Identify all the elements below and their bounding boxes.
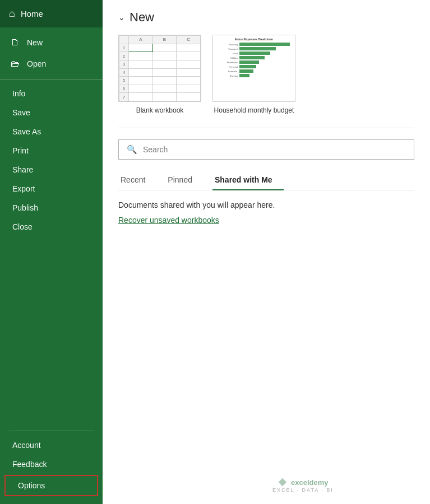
- tab-shared-with-me[interactable]: Shared with Me: [212, 171, 284, 190]
- sidebar-new-label: New: [27, 38, 43, 47]
- sidebar-item-options[interactable]: Options: [4, 475, 98, 496]
- brand-tagline: EXCEL · DATA · BI: [272, 487, 334, 493]
- section-divider: [118, 128, 414, 128]
- bar-row-5: Healthcare: [215, 60, 293, 64]
- sidebar-item-publish[interactable]: Publish: [0, 198, 103, 217]
- templates-row: A B C 1 2: [118, 35, 414, 114]
- bar-row-3: Food: [215, 52, 293, 55]
- sidebar-item-print[interactable]: Print: [0, 141, 103, 160]
- bar-row-8: Savings: [215, 74, 293, 77]
- chevron-down-icon: ⌄: [118, 13, 125, 22]
- sidebar-middle-items: Info Save Save As Print Share Export Pub…: [0, 80, 103, 422]
- bar-fill: [239, 52, 270, 55]
- bar-fill: [239, 43, 290, 46]
- bar-fill: [239, 60, 259, 64]
- sidebar: ⌂ Home 🗋 New 🗁 Open Info Save Save As Pr…: [0, 0, 103, 504]
- bar-fill: [239, 74, 249, 77]
- sidebar-item-export[interactable]: Export: [0, 179, 103, 198]
- template-blank[interactable]: A B C 1 2: [118, 35, 201, 114]
- sidebar-item-new[interactable]: 🗋 New: [0, 32, 103, 53]
- bar-row-2: Transport: [215, 47, 293, 50]
- sidebar-home-label: Home: [21, 9, 43, 18]
- open-folder-icon: 🗁: [10, 59, 20, 69]
- home-icon: ⌂: [9, 8, 15, 20]
- search-input[interactable]: [143, 145, 406, 154]
- sidebar-bottom-items: Account Feedback Options: [0, 422, 103, 504]
- sidebar-divider-bottom: [9, 431, 94, 431]
- bar-row-6: Personal: [215, 65, 293, 68]
- sidebar-item-close[interactable]: Close: [0, 217, 103, 236]
- sidebar-item-home[interactable]: ⌂ Home: [0, 0, 103, 27]
- bar-fill: [239, 69, 253, 73]
- bar-fill: [239, 47, 276, 50]
- svg-marker-0: [279, 478, 286, 486]
- blank-workbook-thumb: A B C 1 2: [118, 35, 201, 102]
- tab-recent[interactable]: Recent: [118, 171, 156, 190]
- sidebar-item-share[interactable]: Share: [0, 160, 103, 179]
- brand-name: exceldemy: [291, 478, 329, 487]
- search-icon: 🔍: [127, 144, 137, 155]
- sidebar-item-feedback[interactable]: Feedback: [0, 455, 103, 474]
- budget-chart-title: Actual Expenses Breakdown: [215, 38, 293, 41]
- budget-chart: Actual Expenses Breakdown Housing Transp…: [213, 35, 295, 101]
- bar-fill: [239, 65, 256, 68]
- exceldemy-icon: [278, 477, 288, 487]
- sidebar-open-label: Open: [27, 59, 46, 68]
- tabs-row: Recent Pinned Shared with Me: [118, 171, 414, 190]
- bar-fill: [239, 56, 265, 59]
- tab-pinned[interactable]: Pinned: [165, 171, 204, 190]
- budget-label: Household monthly budget: [214, 106, 294, 114]
- recover-unsaved-workbooks-link[interactable]: Recover unsaved workbooks: [118, 216, 219, 225]
- brand-logo: exceldemy: [278, 477, 329, 487]
- sidebar-top-items: 🗋 New 🗁 Open: [0, 27, 103, 80]
- sidebar-item-open[interactable]: 🗁 Open: [0, 53, 103, 74]
- sidebar-item-info[interactable]: Info: [0, 84, 103, 103]
- shared-message: Documents shared with you will appear he…: [118, 200, 414, 209]
- page-title: New: [130, 10, 154, 25]
- blank-workbook-label: Blank workbook: [136, 106, 184, 114]
- new-header: ⌄ New: [118, 10, 414, 25]
- footer-watermark: exceldemy EXCEL · DATA · BI: [272, 477, 334, 493]
- sidebar-item-save[interactable]: Save: [0, 103, 103, 122]
- sidebar-item-account[interactable]: Account: [0, 436, 103, 455]
- main-content: ⌄ New A B C 1: [103, 0, 430, 504]
- blank-grid: A B C 1 2: [119, 35, 201, 101]
- bar-row-1: Housing: [215, 43, 293, 46]
- search-bar[interactable]: 🔍: [118, 139, 414, 160]
- budget-thumb: Actual Expenses Breakdown Housing Transp…: [212, 35, 295, 102]
- bar-row-7: Entertain.: [215, 69, 293, 73]
- new-file-icon: 🗋: [10, 38, 20, 48]
- bar-row-4: Utilities: [215, 56, 293, 59]
- template-budget[interactable]: Actual Expenses Breakdown Housing Transp…: [212, 35, 295, 114]
- sidebar-item-save-as[interactable]: Save As: [0, 122, 103, 141]
